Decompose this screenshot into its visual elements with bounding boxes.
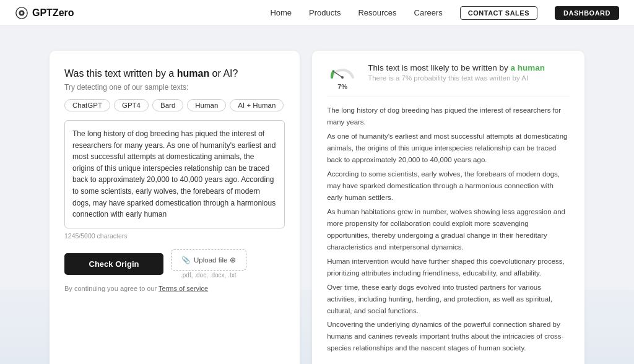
result-header: 7% This text is most likely to be writte… — [327, 63, 570, 97]
sample-tag[interactable]: ChatGPT — [64, 99, 110, 111]
text-input-area[interactable]: The long history of dog breeding has piq… — [64, 120, 285, 228]
upload-hint: .pdf, .doc, .docx, .txt — [181, 272, 237, 279]
panel-heading: Was this text written by a human or AI? — [64, 68, 285, 79]
upload-icon: 📎 — [181, 256, 190, 264]
dashboard-button[interactable]: DASHBOARD — [555, 6, 619, 20]
heading-suffix: or AI? — [212, 68, 238, 79]
result-sub-prefix: There is a — [368, 74, 399, 82]
sample-tag[interactable]: AI + Human — [230, 99, 284, 111]
header: GPTZero Home Products Resources Careers … — [0, 0, 634, 26]
gauge-chart — [329, 63, 355, 80]
logo-icon — [15, 6, 28, 20]
left-panel: Was this text written by a human or AI? … — [50, 51, 300, 364]
article-paragraph: Human intervention would have further sh… — [327, 256, 570, 279]
action-row: Check Origin 📎 Upload file ⊕ .pdf, .doc,… — [64, 249, 285, 279]
terms-prefix: By continuing you agree to our — [64, 285, 157, 292]
result-human-highlight: a human — [511, 63, 545, 72]
sample-tag[interactable]: Human — [187, 99, 226, 111]
nav-careers[interactable]: Careers — [414, 8, 443, 17]
article-paragraph: According to some scientists, early wolv… — [327, 168, 570, 204]
nav-resources[interactable]: Resources — [358, 8, 396, 17]
svg-point-2 — [20, 12, 23, 14]
sample-tag[interactable]: GPT4 — [114, 99, 149, 111]
result-main-prefix: This text is most likely to be written b… — [368, 63, 508, 72]
article-paragraph: Over time, these early dogs evolved into… — [327, 282, 570, 317]
terms-text: By continuing you agree to our Terms of … — [64, 285, 285, 292]
upload-label: Upload file ⊕ — [194, 256, 236, 264]
nav: Home Products Resources Careers CONTACT … — [270, 6, 619, 20]
article-paragraph: As one of humanity's earliest and most s… — [327, 131, 570, 166]
logo[interactable]: GPTZero — [15, 6, 74, 20]
heading-prefix: Was this text written by a — [64, 68, 174, 79]
gauge-area: 7% — [327, 63, 358, 90]
result-sub-suffix: probability this text was written by AI — [414, 74, 528, 82]
nav-home[interactable]: Home — [270, 8, 292, 17]
article-paragraph: As human habitations grew in number, wol… — [327, 206, 570, 253]
heading-bold: human — [177, 68, 209, 79]
gauge-percent: 7% — [337, 83, 347, 90]
terms-link[interactable]: Terms of service — [158, 285, 208, 292]
panel-subtext: Try detecting one of our sample texts: — [64, 83, 285, 92]
sample-tag[interactable]: Bard — [152, 99, 183, 111]
sample-tags: ChatGPTGPT4BardHumanAI + Human — [64, 99, 285, 111]
char-count: 1245/5000 characters — [64, 232, 285, 240]
article-body: The long history of dog breeding has piq… — [327, 105, 570, 357]
article-paragraph: Uncovering the underlying dynamics of th… — [327, 319, 570, 354]
upload-file-button[interactable]: 📎 Upload file ⊕ — [171, 249, 246, 271]
nav-products[interactable]: Products — [309, 8, 341, 17]
result-ai-percent: 7% — [402, 74, 412, 82]
article-paragraph: The long history of dog breeding has piq… — [327, 105, 570, 128]
logo-text: GPTZero — [32, 7, 74, 19]
contact-sales-button[interactable]: CONTACT SALES — [460, 6, 537, 20]
result-text: This text is most likely to be written b… — [368, 63, 570, 82]
right-panel: 7% This text is most likely to be writte… — [312, 51, 584, 364]
check-origin-button[interactable]: Check Origin — [64, 253, 163, 275]
main-content: Was this text written by a human or AI? … — [0, 26, 634, 364]
result-sub: There is a 7% probability this text was … — [368, 74, 570, 82]
result-main: This text is most likely to be written b… — [368, 63, 570, 72]
svg-point-4 — [341, 76, 344, 79]
text-content[interactable]: The long history of dog breeding has piq… — [72, 128, 277, 220]
